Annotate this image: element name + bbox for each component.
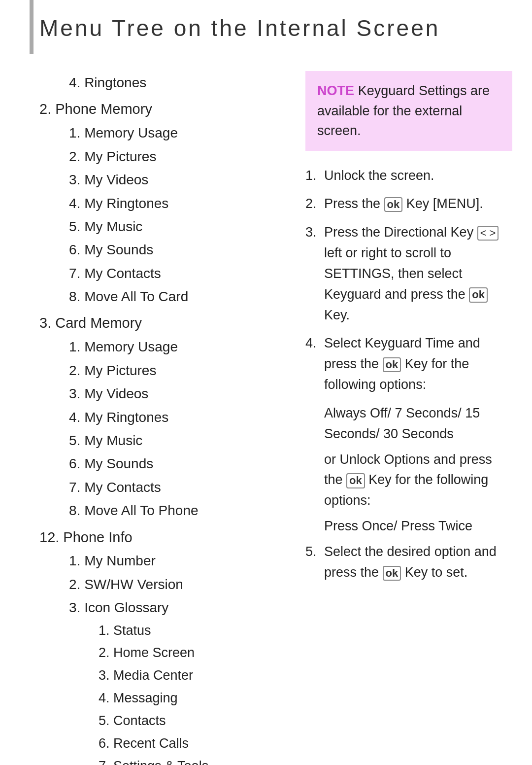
ok-key-icon: ok [384,197,403,212]
step-body: Select Keyguard Time and press the ok Ke… [324,333,512,395]
step-body: Unlock the screen. [324,166,512,186]
menu-item: 3. Card Memory [39,311,286,335]
menu-item: 2. My Pictures [69,359,286,382]
menu-item: 2. Phone Memory [39,97,286,121]
menu-item: 5. My Music [69,429,286,452]
menu-item: 7. My Contacts [69,476,286,499]
step-item: 5.Select the desired option and press th… [305,542,512,583]
right-column: NOTE Keyguard Settings are available for… [296,71,512,765]
step-body: Press the ok Key [MENU]. [324,194,512,214]
step-item: 4.Select Keyguard Time and press the ok … [305,333,512,395]
menu-item: 3. My Videos [69,168,286,191]
step-number: 1. [305,166,320,186]
step-sub-item: Press Once/ Press Twice [324,516,512,537]
menu-item: 2. Home Screen [99,642,286,664]
menu-item: 12. Phone Info [39,525,286,550]
note-label: NOTE [317,83,354,98]
menu-item: 8. Move All To Card [69,285,286,308]
step-body: Select the desired option and press the … [324,542,512,583]
menu-item: 3. Icon Glossary [69,596,286,619]
ok-key-icon: ok [383,566,401,581]
step-sub-item: or Unlock Options and press the ok Key f… [324,450,512,512]
step-number: 2. [305,194,320,214]
content-area: 4. Ringtones2. Phone Memory1. Memory Usa… [0,56,532,765]
menu-item: 1. Memory Usage [69,335,286,358]
step-item: 1.Unlock the screen. [305,166,512,186]
step-number: 5. [305,542,320,562]
menu-item: 4. My Ringtones [69,192,286,215]
menu-item: 1. Memory Usage [69,121,286,144]
ok-key-icon: ok [469,287,488,302]
menu-item: 1. My Number [69,549,286,572]
page-container: Menu Tree on the Internal Screen 4. Ring… [0,0,532,765]
menu-item: 7. Settings & Tools [99,755,286,765]
dir-key-icon: < > [477,226,499,241]
menu-item: 7. My Contacts [69,262,286,285]
step-body: Press the Directional Key < > left or ri… [324,222,512,325]
menu-item: 5. Contacts [99,710,286,732]
menu-item: 8. Move All To Phone [69,499,286,522]
step-sub-item: Always Off/ 7 Seconds/ 15 Seconds/ 30 Se… [324,403,512,445]
menu-item: 6. Recent Calls [99,732,286,755]
step-number: 4. [305,333,320,354]
steps-list: 1.Unlock the screen.2.Press the ok Key [… [305,166,512,583]
ok-key-icon: ok [383,357,401,372]
menu-item: 4. Ringtones [69,71,286,94]
menu-item: 3. My Videos [69,382,286,405]
accent-bar [30,0,33,54]
step-item: 2.Press the ok Key [MENU]. [305,194,512,214]
note-box: NOTE Keyguard Settings are available for… [305,71,512,151]
menu-item: 1. Status [99,620,286,642]
menu-item: 6. My Sounds [69,452,286,475]
menu-item: 4. Messaging [99,687,286,710]
menu-item: 6. My Sounds [69,238,286,261]
menu-item: 2. SW/HW Version [69,573,286,596]
left-column: 4. Ringtones2. Phone Memory1. Memory Usa… [39,71,296,765]
ok-key-icon: ok [346,473,365,488]
menu-item: 2. My Pictures [69,145,286,168]
menu-item: 5. My Music [69,215,286,238]
menu-item: 3. Media Center [99,664,286,687]
step-number: 3. [305,222,320,243]
menu-tree: 4. Ringtones2. Phone Memory1. Memory Usa… [39,71,286,765]
menu-item: 4. My Ringtones [69,406,286,429]
step-item: 3.Press the Directional Key < > left or … [305,222,512,325]
page-title: Menu Tree on the Internal Screen [0,0,532,56]
